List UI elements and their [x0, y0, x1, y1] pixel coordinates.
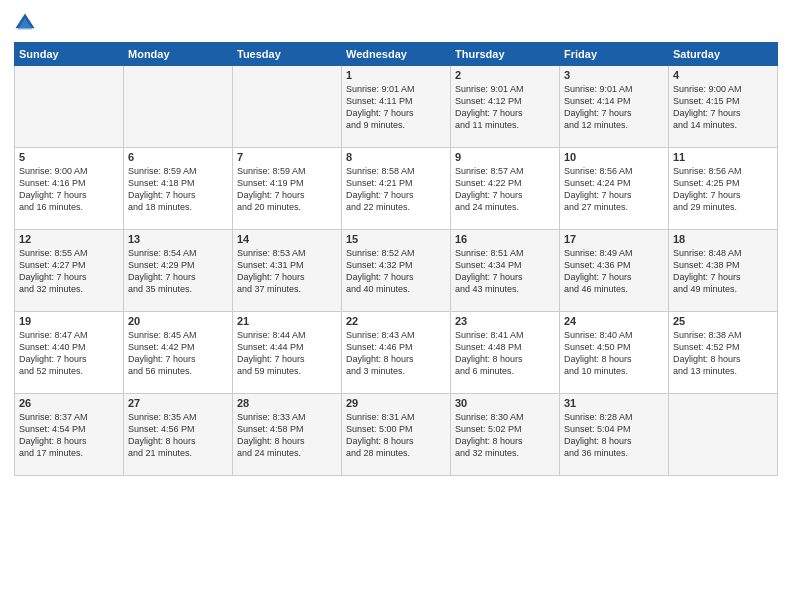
calendar-cell: 12Sunrise: 8:55 AM Sunset: 4:27 PM Dayli…: [15, 230, 124, 312]
calendar-cell: 30Sunrise: 8:30 AM Sunset: 5:02 PM Dayli…: [451, 394, 560, 476]
day-number: 20: [128, 315, 228, 327]
day-info: Sunrise: 8:47 AM Sunset: 4:40 PM Dayligh…: [19, 329, 119, 378]
calendar-cell: 8Sunrise: 8:58 AM Sunset: 4:21 PM Daylig…: [342, 148, 451, 230]
day-number: 30: [455, 397, 555, 409]
day-number: 22: [346, 315, 446, 327]
day-info: Sunrise: 9:01 AM Sunset: 4:11 PM Dayligh…: [346, 83, 446, 132]
day-info: Sunrise: 8:37 AM Sunset: 4:54 PM Dayligh…: [19, 411, 119, 460]
calendar-cell: 27Sunrise: 8:35 AM Sunset: 4:56 PM Dayli…: [124, 394, 233, 476]
day-info: Sunrise: 8:58 AM Sunset: 4:21 PM Dayligh…: [346, 165, 446, 214]
calendar-cell: 3Sunrise: 9:01 AM Sunset: 4:14 PM Daylig…: [560, 66, 669, 148]
day-info: Sunrise: 8:56 AM Sunset: 4:25 PM Dayligh…: [673, 165, 773, 214]
day-info: Sunrise: 8:33 AM Sunset: 4:58 PM Dayligh…: [237, 411, 337, 460]
day-info: Sunrise: 8:52 AM Sunset: 4:32 PM Dayligh…: [346, 247, 446, 296]
day-info: Sunrise: 8:45 AM Sunset: 4:42 PM Dayligh…: [128, 329, 228, 378]
day-info: Sunrise: 8:41 AM Sunset: 4:48 PM Dayligh…: [455, 329, 555, 378]
day-info: Sunrise: 8:54 AM Sunset: 4:29 PM Dayligh…: [128, 247, 228, 296]
day-info: Sunrise: 8:40 AM Sunset: 4:50 PM Dayligh…: [564, 329, 664, 378]
calendar-cell: 10Sunrise: 8:56 AM Sunset: 4:24 PM Dayli…: [560, 148, 669, 230]
day-info: Sunrise: 8:53 AM Sunset: 4:31 PM Dayligh…: [237, 247, 337, 296]
day-number: 4: [673, 69, 773, 81]
logo-icon: [14, 12, 36, 34]
day-info: Sunrise: 8:43 AM Sunset: 4:46 PM Dayligh…: [346, 329, 446, 378]
day-of-week-header: Wednesday: [342, 43, 451, 66]
day-of-week-header: Thursday: [451, 43, 560, 66]
calendar-cell: 6Sunrise: 8:59 AM Sunset: 4:18 PM Daylig…: [124, 148, 233, 230]
header: [14, 12, 778, 34]
calendar-cell: 11Sunrise: 8:56 AM Sunset: 4:25 PM Dayli…: [669, 148, 778, 230]
calendar-cell: [124, 66, 233, 148]
calendar-week-row: 5Sunrise: 9:00 AM Sunset: 4:16 PM Daylig…: [15, 148, 778, 230]
day-number: 7: [237, 151, 337, 163]
calendar-cell: 15Sunrise: 8:52 AM Sunset: 4:32 PM Dayli…: [342, 230, 451, 312]
day-number: 6: [128, 151, 228, 163]
day-info: Sunrise: 8:38 AM Sunset: 4:52 PM Dayligh…: [673, 329, 773, 378]
calendar-cell: [15, 66, 124, 148]
day-info: Sunrise: 8:59 AM Sunset: 4:19 PM Dayligh…: [237, 165, 337, 214]
day-info: Sunrise: 8:44 AM Sunset: 4:44 PM Dayligh…: [237, 329, 337, 378]
day-number: 17: [564, 233, 664, 245]
day-number: 25: [673, 315, 773, 327]
day-number: 26: [19, 397, 119, 409]
calendar-cell: 18Sunrise: 8:48 AM Sunset: 4:38 PM Dayli…: [669, 230, 778, 312]
day-number: 31: [564, 397, 664, 409]
day-info: Sunrise: 8:48 AM Sunset: 4:38 PM Dayligh…: [673, 247, 773, 296]
calendar-cell: 28Sunrise: 8:33 AM Sunset: 4:58 PM Dayli…: [233, 394, 342, 476]
calendar-cell: 21Sunrise: 8:44 AM Sunset: 4:44 PM Dayli…: [233, 312, 342, 394]
calendar-week-row: 19Sunrise: 8:47 AM Sunset: 4:40 PM Dayli…: [15, 312, 778, 394]
day-of-week-header: Saturday: [669, 43, 778, 66]
day-number: 28: [237, 397, 337, 409]
calendar-cell: 31Sunrise: 8:28 AM Sunset: 5:04 PM Dayli…: [560, 394, 669, 476]
day-number: 29: [346, 397, 446, 409]
day-number: 3: [564, 69, 664, 81]
calendar-week-row: 12Sunrise: 8:55 AM Sunset: 4:27 PM Dayli…: [15, 230, 778, 312]
day-number: 15: [346, 233, 446, 245]
day-number: 16: [455, 233, 555, 245]
logo: [14, 12, 40, 34]
calendar-week-row: 26Sunrise: 8:37 AM Sunset: 4:54 PM Dayli…: [15, 394, 778, 476]
calendar-header-row: SundayMondayTuesdayWednesdayThursdayFrid…: [15, 43, 778, 66]
day-info: Sunrise: 8:59 AM Sunset: 4:18 PM Dayligh…: [128, 165, 228, 214]
day-number: 8: [346, 151, 446, 163]
day-number: 9: [455, 151, 555, 163]
calendar-cell: 20Sunrise: 8:45 AM Sunset: 4:42 PM Dayli…: [124, 312, 233, 394]
calendar-cell: 17Sunrise: 8:49 AM Sunset: 4:36 PM Dayli…: [560, 230, 669, 312]
day-info: Sunrise: 8:28 AM Sunset: 5:04 PM Dayligh…: [564, 411, 664, 460]
day-of-week-header: Friday: [560, 43, 669, 66]
day-info: Sunrise: 9:00 AM Sunset: 4:15 PM Dayligh…: [673, 83, 773, 132]
day-number: 23: [455, 315, 555, 327]
day-number: 19: [19, 315, 119, 327]
day-number: 27: [128, 397, 228, 409]
calendar-week-row: 1Sunrise: 9:01 AM Sunset: 4:11 PM Daylig…: [15, 66, 778, 148]
day-info: Sunrise: 8:56 AM Sunset: 4:24 PM Dayligh…: [564, 165, 664, 214]
day-info: Sunrise: 8:51 AM Sunset: 4:34 PM Dayligh…: [455, 247, 555, 296]
day-number: 12: [19, 233, 119, 245]
calendar-table: SundayMondayTuesdayWednesdayThursdayFrid…: [14, 42, 778, 476]
calendar-cell: 24Sunrise: 8:40 AM Sunset: 4:50 PM Dayli…: [560, 312, 669, 394]
calendar-cell: 16Sunrise: 8:51 AM Sunset: 4:34 PM Dayli…: [451, 230, 560, 312]
day-number: 24: [564, 315, 664, 327]
day-number: 14: [237, 233, 337, 245]
day-info: Sunrise: 9:01 AM Sunset: 4:14 PM Dayligh…: [564, 83, 664, 132]
calendar-cell: 19Sunrise: 8:47 AM Sunset: 4:40 PM Dayli…: [15, 312, 124, 394]
calendar-cell: 14Sunrise: 8:53 AM Sunset: 4:31 PM Dayli…: [233, 230, 342, 312]
day-of-week-header: Tuesday: [233, 43, 342, 66]
day-of-week-header: Monday: [124, 43, 233, 66]
calendar-cell: 4Sunrise: 9:00 AM Sunset: 4:15 PM Daylig…: [669, 66, 778, 148]
day-number: 10: [564, 151, 664, 163]
calendar-cell: 23Sunrise: 8:41 AM Sunset: 4:48 PM Dayli…: [451, 312, 560, 394]
calendar-cell: 13Sunrise: 8:54 AM Sunset: 4:29 PM Dayli…: [124, 230, 233, 312]
calendar-cell: 29Sunrise: 8:31 AM Sunset: 5:00 PM Dayli…: [342, 394, 451, 476]
day-info: Sunrise: 9:01 AM Sunset: 4:12 PM Dayligh…: [455, 83, 555, 132]
day-info: Sunrise: 8:31 AM Sunset: 5:00 PM Dayligh…: [346, 411, 446, 460]
calendar-cell: 26Sunrise: 8:37 AM Sunset: 4:54 PM Dayli…: [15, 394, 124, 476]
calendar-cell: [669, 394, 778, 476]
day-number: 5: [19, 151, 119, 163]
calendar-cell: 9Sunrise: 8:57 AM Sunset: 4:22 PM Daylig…: [451, 148, 560, 230]
calendar-container: SundayMondayTuesdayWednesdayThursdayFrid…: [0, 0, 792, 612]
day-info: Sunrise: 8:35 AM Sunset: 4:56 PM Dayligh…: [128, 411, 228, 460]
calendar-cell: [233, 66, 342, 148]
day-info: Sunrise: 8:30 AM Sunset: 5:02 PM Dayligh…: [455, 411, 555, 460]
calendar-cell: 22Sunrise: 8:43 AM Sunset: 4:46 PM Dayli…: [342, 312, 451, 394]
calendar-cell: 1Sunrise: 9:01 AM Sunset: 4:11 PM Daylig…: [342, 66, 451, 148]
